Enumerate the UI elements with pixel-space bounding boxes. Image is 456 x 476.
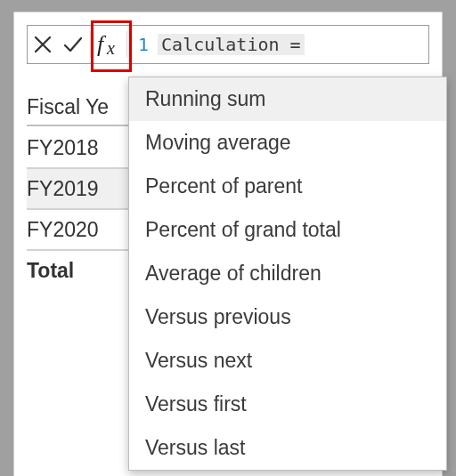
menu-item-label: Percent of grand total bbox=[145, 218, 341, 241]
menu-item-label: Percent of parent bbox=[145, 174, 302, 198]
calculation-templates-menu: Running sum Moving average Percent of pa… bbox=[128, 77, 447, 471]
menu-item-label: Versus first bbox=[145, 392, 247, 415]
row-label: FY2018 bbox=[27, 136, 132, 160]
menu-item[interactable]: Versus first bbox=[129, 383, 446, 426]
menu-item[interactable]: Percent of parent bbox=[129, 165, 446, 208]
menu-item[interactable]: Moving average bbox=[129, 121, 446, 165]
fx-icon: f x bbox=[95, 31, 122, 58]
formula-code: Calculation = bbox=[158, 34, 305, 55]
fx-button[interactable]: f x bbox=[93, 26, 125, 63]
svg-text:f: f bbox=[97, 31, 107, 57]
menu-item[interactable]: Percent of grand total bbox=[129, 208, 446, 252]
divider bbox=[126, 31, 127, 57]
menu-item-label: Versus last bbox=[145, 436, 246, 459]
menu-item[interactable]: Versus previous bbox=[129, 295, 446, 339]
menu-item-label: Average of children bbox=[145, 262, 322, 285]
column-header-left[interactable]: Fiscal Ye bbox=[27, 95, 132, 119]
close-icon bbox=[33, 35, 53, 54]
commit-button[interactable] bbox=[58, 26, 88, 63]
formula-bar: f x 1 Calculation = bbox=[27, 25, 429, 64]
menu-item[interactable]: Versus next bbox=[129, 339, 446, 383]
cancel-button[interactable] bbox=[28, 26, 58, 63]
menu-item-label: Versus next bbox=[145, 349, 252, 372]
divider bbox=[90, 31, 91, 57]
menu-item-label: Moving average bbox=[145, 131, 291, 154]
check-icon bbox=[62, 34, 84, 55]
menu-item[interactable]: Running sum bbox=[129, 77, 446, 121]
formula-line-number: 1 bbox=[138, 34, 149, 55]
row-label: FY2019 bbox=[27, 177, 132, 201]
menu-item-label: Running sum bbox=[145, 87, 266, 110]
menu-item-label: Versus previous bbox=[145, 305, 291, 328]
row-label: FY2020 bbox=[27, 218, 132, 242]
menu-item[interactable]: Average of children bbox=[129, 252, 446, 295]
menu-item[interactable]: Versus last bbox=[129, 426, 446, 470]
row-label: Total bbox=[27, 259, 132, 283]
svg-text:x: x bbox=[106, 38, 115, 58]
formula-input[interactable]: 1 Calculation = bbox=[129, 34, 305, 55]
